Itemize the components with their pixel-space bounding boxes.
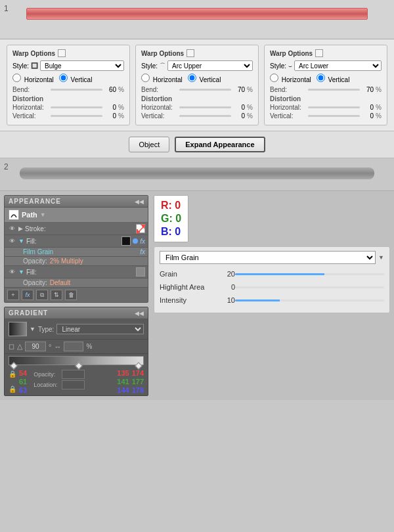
intensity-param-row: Intensity 10 <box>160 296 384 305</box>
warp-v-slider-2[interactable] <box>179 115 231 117</box>
warp-style-select-3[interactable]: Arc Lower <box>294 60 382 71</box>
warp-h-slider-1[interactable] <box>51 106 102 108</box>
warp-h-slider-3[interactable] <box>308 106 360 108</box>
footer-delete-icon[interactable]: 🗑 <box>65 290 77 300</box>
fill-label-1: Fill: <box>26 238 120 245</box>
footer-add-icon[interactable]: + <box>7 290 19 300</box>
warp-h-radio-1[interactable] <box>12 74 21 82</box>
rgb-b-label: B: 0 <box>161 226 181 238</box>
left-panels: APPEARANCE ◀◀ Path ▼ 👁 ▶ Stroke: <box>4 195 148 396</box>
warp-checkbox-2[interactable] <box>186 49 194 57</box>
warp-checkbox-1[interactable] <box>58 49 66 57</box>
effect-type-select[interactable]: Film Grain <box>160 251 376 264</box>
appearance-footer: + fx ⧉ ⇅ 🗑 <box>5 288 148 302</box>
gradient-location-row: Location: <box>30 380 114 392</box>
grain-slider-track[interactable] <box>235 273 384 275</box>
stop1-r: 54 <box>19 369 27 377</box>
fill-eye-icon-1[interactable]: 👁 <box>7 238 16 244</box>
warp-v-slider-1[interactable] <box>51 115 102 117</box>
right-panel: R: 0 G: 0 B: 0 Film Grain ▼ Grain 20 <box>154 195 390 396</box>
stroke-triangle-icon: ▶ <box>18 225 23 232</box>
fill-label-2: Fill: <box>26 269 134 276</box>
opacity-label-2: Opacity: <box>23 279 47 286</box>
warp-v-slider-3[interactable] <box>308 115 360 117</box>
red-bar <box>26 8 368 20</box>
warp-v-radio-3[interactable] <box>317 74 325 82</box>
expand-appearance-button[interactable]: Expand Appearance <box>175 137 265 152</box>
stroke-label: Stroke: <box>25 225 134 233</box>
gradient-type-select[interactable]: Linear <box>56 324 144 334</box>
appearance-panel: APPEARANCE ◀◀ Path ▼ 👁 ▶ Stroke: <box>4 195 148 303</box>
object-button[interactable]: Object <box>129 137 169 152</box>
warp-h-radio-2[interactable] <box>141 74 150 82</box>
gradient-angle-input[interactable] <box>25 342 46 351</box>
rgb-r-label: R: 0 <box>161 200 181 211</box>
footer-copy-icon[interactable]: ⧉ <box>36 290 48 300</box>
intensity-slider-container <box>235 296 384 305</box>
film-grain-subrow: Film Grain fx <box>5 248 148 257</box>
warp-style-select-1[interactable]: Bulge <box>40 60 124 71</box>
footer-fx-icon[interactable]: fx <box>22 290 33 300</box>
opacity-subrow: Opacity: 2% Multiply <box>5 257 148 266</box>
warp-bend-slider-2[interactable] <box>179 89 231 91</box>
intensity-label: Intensity <box>160 296 219 304</box>
opacity-value-1: 2% Multiply <box>50 257 83 265</box>
gradient-collapse-icons: ◀◀ <box>135 310 144 317</box>
warp-h-slider-2[interactable] <box>179 106 231 108</box>
gradient-collapse-icon[interactable]: ◀◀ <box>135 310 144 317</box>
fill-row-2[interactable]: 👁 ▼ Fill: <box>5 266 148 278</box>
warp-v-distortion-row-2: Vertical: 0 % <box>141 112 253 120</box>
intensity-slider-track[interactable] <box>235 299 384 301</box>
gradient-location-input[interactable] <box>62 380 85 389</box>
collapse-icon[interactable]: ◀◀ <box>135 198 144 205</box>
gradient-opacity-input[interactable] <box>62 370 85 379</box>
fill-swatch-black[interactable] <box>121 236 131 246</box>
svg-line-0 <box>137 225 146 234</box>
fill-triangle-icon-2: ▼ <box>18 269 24 275</box>
gradient-bar-row <box>5 354 148 365</box>
lock-icon-top: 🔒 <box>9 370 16 378</box>
footer-arrange-icon[interactable]: ⇅ <box>51 290 62 300</box>
gradient-swatch[interactable] <box>9 322 27 336</box>
fill-row-1[interactable]: 👁 ▼ Fill: fx <box>5 235 148 248</box>
stroke-eye-icon[interactable]: 👁 <box>7 225 16 232</box>
warp-bend-slider-3[interactable] <box>308 89 360 91</box>
warp-panel-title-1: Warp Options <box>12 49 124 57</box>
gradient-opacity-label: Opacity: <box>33 371 60 378</box>
warp-style-row-1: Style: 🔲 Bulge <box>12 60 124 71</box>
fx-icon: fx <box>140 238 145 245</box>
opacity-label-1: Opacity: <box>23 257 47 265</box>
stroke-row[interactable]: 👁 ▶ Stroke: <box>5 223 148 235</box>
warp-radio-row-2: Horizontal Vertical <box>141 74 253 83</box>
gradient-icon-2: △ <box>17 342 22 351</box>
stop3-b: 178 <box>132 386 144 394</box>
fill-eye-icon-2[interactable]: 👁 <box>7 269 16 275</box>
warp-h-radio-3[interactable] <box>270 74 278 82</box>
warp-v-radio-2[interactable] <box>188 74 196 82</box>
warp-radio-row-1: Horizontal Vertical <box>12 74 124 83</box>
highlight-param-row: Highlight Area 0 <box>160 282 384 292</box>
highlight-label: Highlight Area <box>160 283 219 291</box>
warp-v-radio-1[interactable] <box>59 74 68 82</box>
warp-panel-arc-upper: Warp Options Style: ⌒ Arc Upper Horizont… <box>135 45 259 125</box>
highlight-value: 0 <box>219 283 235 291</box>
gradient-bar[interactable] <box>9 356 144 365</box>
gradient-pct-input[interactable] <box>64 342 83 351</box>
stop3-g: 177 <box>132 378 144 386</box>
percent-symbol: % <box>86 343 92 350</box>
opacity-location-col: Opacity: Location: <box>30 369 114 394</box>
warp-bend-slider-1[interactable] <box>51 89 102 91</box>
gradient-stop-3-values: 174 177 178 <box>132 369 144 394</box>
rgb-g-label: G: 0 <box>161 213 181 225</box>
gradient-controls-row: ◻ △ ° ↔ % <box>5 340 148 354</box>
stroke-swatch[interactable] <box>136 224 145 233</box>
warp-distortion-label-3: Distortion <box>270 95 382 102</box>
fill-swatch-gray[interactable] <box>136 267 145 277</box>
intensity-value: 10 <box>219 296 235 304</box>
highlight-slider-track[interactable] <box>235 286 384 288</box>
connector-dot <box>133 238 138 244</box>
warp-options-row: Warp Options Style: 🔲 Bulge Horizontal V… <box>0 39 394 131</box>
warp-style-select-2[interactable]: Arc Upper <box>167 60 253 71</box>
warp-checkbox-3[interactable] <box>315 49 323 57</box>
gradient-panel: GRADIENT ◀◀ ▼ Type: Linear ◻ △ ° ↔ <box>4 307 148 396</box>
